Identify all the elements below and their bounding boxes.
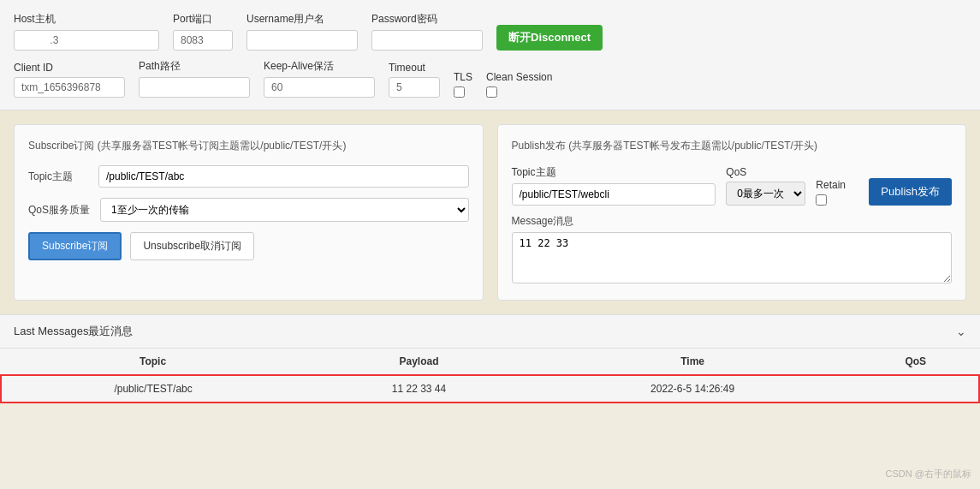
publish-retain-label: Retain: [816, 179, 846, 191]
tls-checkbox-group: TLS: [454, 71, 472, 98]
host-input[interactable]: [14, 30, 159, 51]
keepalive-label: Keep-Alive保活: [264, 59, 375, 74]
message-group: Message消息 11 22 33: [512, 214, 953, 286]
host-field-group: Host主机: [14, 12, 159, 51]
messages-section: Last Messages最近消息 ⌄ Topic Payload Time Q…: [0, 314, 980, 403]
col-topic: Topic: [1, 349, 305, 375]
message-label: Message消息: [512, 214, 953, 229]
row-qos: [852, 375, 979, 403]
messages-table: Topic Payload Time QoS /public/TEST/abc …: [0, 349, 980, 403]
tls-checkbox[interactable]: [454, 86, 465, 98]
port-input[interactable]: [173, 30, 233, 51]
row-payload: 11 22 33 44: [305, 375, 533, 403]
disconnect-button[interactable]: 断开Disconnect: [496, 25, 603, 51]
clientid-label: Client ID: [14, 62, 125, 74]
publish-button[interactable]: Publish发布: [869, 178, 952, 206]
password-label: Password密码: [371, 12, 483, 27]
publish-topic-label: Topic主题: [512, 165, 716, 180]
subscribe-panel: Subscribe订阅 (共享服务器TEST帐号订阅主题需以/public/TE…: [14, 124, 484, 301]
password-field-group: Password密码: [371, 12, 483, 51]
port-label: Port端口: [173, 12, 233, 27]
clientid-field-group: Client ID: [14, 62, 125, 98]
col-qos: QoS: [852, 349, 979, 375]
messages-table-header-row: Topic Payload Time QoS: [1, 349, 979, 375]
row-time: 2022-6-5 14:26:49: [533, 375, 852, 403]
port-field-group: Port端口: [173, 12, 233, 51]
connection-row-1: Host主机 Port端口 Username用户名 Password密码 断开D…: [14, 12, 966, 51]
row-topic: /public/TEST/abc: [1, 375, 305, 403]
publish-header-row: Topic主题 QoS 0最多一次 1至少一次 2只一次 Retain Publ…: [512, 165, 953, 206]
clientid-input[interactable]: [14, 77, 125, 98]
subscribe-topic-label: Topic主题: [28, 170, 88, 184]
subscribe-panel-title: Subscribe订阅 (共享服务器TEST帐号订阅主题需以/public/TE…: [28, 139, 469, 153]
subscribe-topic-row: Topic主题: [28, 165, 469, 188]
col-payload: Payload: [305, 349, 533, 375]
panels-section: Subscribe订阅 (共享服务器TEST帐号订阅主题需以/public/TE…: [0, 110, 980, 314]
clean-session-label: Clean Session: [486, 71, 552, 83]
timeout-input[interactable]: [389, 77, 440, 98]
col-time: Time: [533, 349, 852, 375]
tls-label: TLS: [454, 71, 472, 83]
chevron-down-icon: ⌄: [956, 325, 966, 338]
username-label: Username用户名: [246, 12, 358, 27]
publish-retain-checkbox[interactable]: [816, 194, 827, 206]
publish-topic-group: Topic主题: [512, 165, 716, 206]
disconnect-btn-group: 断开Disconnect: [496, 25, 603, 51]
messages-table-body: /public/TEST/abc 11 22 33 44 2022-6-5 14…: [1, 375, 979, 403]
path-field-group: Path路径: [139, 59, 250, 98]
keepalive-input[interactable]: [264, 77, 375, 98]
message-textarea[interactable]: 11 22 33: [512, 232, 953, 283]
password-input[interactable]: [371, 30, 483, 51]
messages-table-head: Topic Payload Time QoS: [1, 349, 979, 375]
publish-panel-title: Publish发布 (共享服务器TEST帐号发布主题需以/public/TEST…: [512, 139, 953, 153]
publish-retain-group: Retain: [816, 179, 858, 206]
messages-header[interactable]: Last Messages最近消息 ⌄: [0, 315, 980, 349]
username-field-group: Username用户名: [246, 12, 358, 51]
subscribe-topic-input[interactable]: [98, 165, 469, 188]
publish-panel: Publish发布 (共享服务器TEST帐号发布主题需以/public/TEST…: [497, 124, 967, 301]
subscribe-btn-row: Subscribe订阅 Unsubscribe取消订阅: [28, 232, 469, 260]
unsubscribe-button[interactable]: Unsubscribe取消订阅: [130, 232, 254, 260]
timeout-field-group: Timeout: [389, 62, 440, 98]
timeout-label: Timeout: [389, 62, 440, 74]
connection-row-2: Client ID Path路径 Keep-Alive保活 Timeout TL…: [14, 59, 966, 98]
subscribe-qos-row: QoS服务质量 0最多一次 1至少一次的传输 2只一次: [28, 198, 469, 222]
host-label: Host主机: [14, 12, 159, 27]
connection-section: Host主机 Port端口 Username用户名 Password密码 断开D…: [0, 0, 980, 110]
subscribe-button[interactable]: Subscribe订阅: [28, 232, 122, 260]
path-input[interactable]: [139, 77, 250, 98]
publish-qos-label: QoS: [726, 166, 805, 178]
clean-session-checkbox-group: Clean Session: [486, 71, 552, 98]
subscribe-qos-label: QoS服务质量: [28, 203, 90, 218]
path-label: Path路径: [139, 59, 250, 74]
subscribe-qos-select[interactable]: 0最多一次 1至少一次的传输 2只一次: [100, 198, 468, 222]
publish-qos-select[interactable]: 0最多一次 1至少一次 2只一次: [726, 182, 805, 206]
keepalive-field-group: Keep-Alive保活: [264, 59, 375, 98]
publish-qos-group: QoS 0最多一次 1至少一次 2只一次: [726, 166, 805, 206]
clean-session-checkbox[interactable]: [486, 86, 497, 98]
username-input[interactable]: [246, 30, 358, 51]
messages-header-title: Last Messages最近消息: [14, 324, 133, 339]
publish-topic-input[interactable]: [512, 183, 716, 206]
table-row: /public/TEST/abc 11 22 33 44 2022-6-5 14…: [1, 375, 979, 403]
